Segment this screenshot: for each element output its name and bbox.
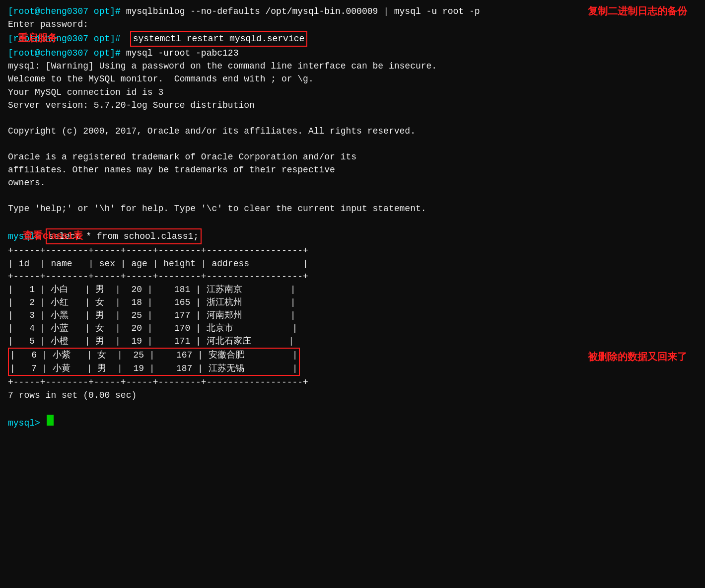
cursor-block — [47, 415, 54, 426]
table-row-1: | 1 | 小白 | 男 | 20 | 181 | 江苏南京 | — [8, 283, 697, 296]
oracle3: owners. — [8, 176, 697, 189]
blank4 — [8, 216, 697, 228]
table-header: | id | name | sex | age | height | addre… — [8, 257, 697, 270]
annotation-restart: 重启服务 — [18, 31, 58, 45]
table-sep2: +-----+--------+-----+-----+--------+---… — [8, 270, 697, 283]
cmd2-box: systemctl restart mysqld.service — [130, 31, 308, 47]
version: Server version: 5.7.20-log Source distri… — [8, 99, 697, 112]
table-row-7: | 7 | 小黄 | 男 | 19 | 187 | 江苏无锡 | — [10, 362, 298, 375]
connid: Your MySQL connection id is 3 — [8, 86, 697, 99]
blank1 — [8, 112, 697, 125]
final-prompt-line: mysql> — [8, 415, 697, 430]
table-sep3: +-----+--------+-----+-----+--------+---… — [8, 376, 697, 389]
cmd1-text: mysqlbinlog --no-defaults /opt/mysql-bin… — [126, 5, 480, 18]
table-row-2: | 2 | 小红 | 女 | 18 | 165 | 浙江杭州 | — [8, 296, 697, 309]
table-sep1: +-----+--------+-----+-----+--------+---… — [8, 244, 697, 257]
blank2 — [8, 138, 697, 150]
row-count: 7 rows in set (0.00 sec) — [8, 389, 697, 402]
prompt3: [root@cheng0307 opt]# — [8, 47, 126, 60]
annotation-class1: 查看class1表 — [23, 228, 83, 243]
enter-password: Enter password: — [8, 18, 697, 31]
copyright1: Copyright (c) 2000, 2017, Oracle and/or … — [8, 125, 697, 138]
warning-line: mysql: [Warning] Using a password on the… — [8, 60, 697, 73]
help-line: Type 'help;' or '\h' for help. Type '\c'… — [8, 202, 697, 215]
cmd3-text: mysql -uroot -pabc123 — [126, 47, 239, 60]
table-row-3: | 3 | 小黑 | 男 | 25 | 177 | 河南郑州 | — [8, 309, 697, 322]
blank3 — [8, 189, 697, 202]
table-row-6: | 6 | 小紫 | 女 | 25 | 167 | 安徽合肥 | — [10, 349, 298, 362]
cmd3-line: [root@cheng0307 opt]# mysql -uroot -pabc… — [8, 47, 697, 60]
prompt1: [root@cheng0307 opt]# — [8, 5, 126, 18]
oracle1: Oracle is a registered trademark of Orac… — [8, 150, 697, 163]
table-row-4: | 4 | 小蓝 | 女 | 20 | 170 | 北京市 | — [8, 322, 697, 335]
oracle2: affiliates. Other names may be trademark… — [8, 163, 697, 176]
annotation-deleted: 被删除的数据又回来了 — [588, 350, 687, 364]
terminal: [root@cheng0307 opt]# mysqlbinlog --no-d… — [8, 5, 697, 430]
annotation-backup: 复制二进制日志的备份 — [588, 4, 687, 18]
table-row-5: | 5 | 小橙 | 男 | 19 | 171 | 河北石家庄 | — [8, 335, 697, 348]
welcome1: Welcome to the MySQL monitor. Commands e… — [8, 73, 697, 85]
final-mysql-prompt: mysql> — [8, 417, 46, 430]
blank5 — [8, 402, 697, 415]
